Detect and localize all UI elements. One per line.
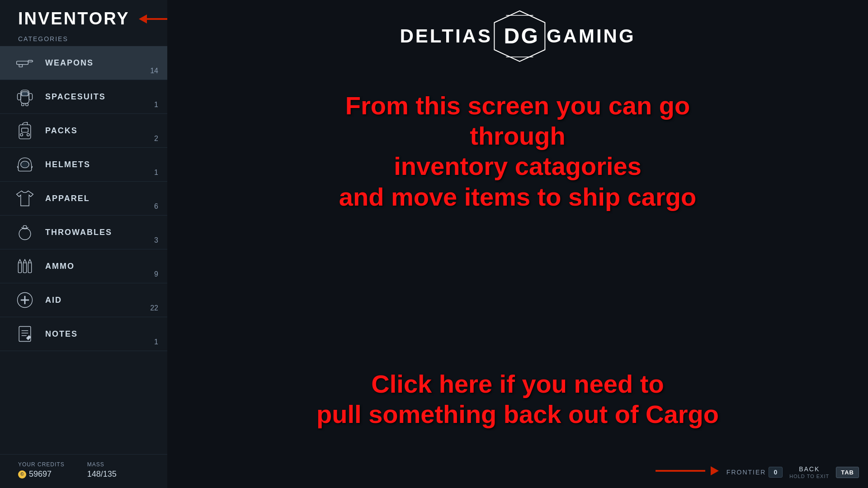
categories-label: CATEGORIES [0,33,167,46]
logo-emblem: D G [492,9,547,63]
category-name-packs: PACKS [45,126,158,136]
inventory-title-area: INVENTORY [0,0,167,33]
category-item-throwables[interactable]: THROWABLES 3 [0,216,167,249]
svg-rect-21 [23,263,26,273]
category-name-weapons: WEAPONS [45,58,158,68]
category-count-aid: 22 [150,304,158,312]
overlay-text-top: From this screen you can go through inve… [314,90,721,212]
category-count-notes: 1 [154,338,158,346]
category-name-throwables: THROWABLES [45,228,158,237]
svg-rect-10 [19,125,31,139]
category-list: WEAPONS 14 SPACESUITS 1 PACKS 2 [0,46,167,454]
overlay-bottom-line1: Click here if you need to [371,370,664,398]
credits-group: YOUR CREDITS © 59697 [18,461,65,479]
category-item-apparel[interactable]: APPAREL 6 [0,182,167,216]
category-name-notes: NOTES [45,329,158,339]
tab-key[interactable]: TAB [836,467,859,478]
svg-rect-8 [26,103,28,106]
pack-icon [14,119,36,142]
back-label: BACK [799,465,820,473]
svg-rect-9 [22,92,28,96]
mass-label: MASS [87,461,117,468]
overlay-top-line2: inventory catagories [394,152,642,180]
svg-text:D: D [504,24,519,48]
category-item-helmets[interactable]: HELMETS 1 [0,148,167,182]
svg-rect-2 [19,65,22,67]
category-count-spacesuits: 1 [154,101,158,109]
svg-rect-20 [18,263,21,273]
category-item-spacesuits[interactable]: SPACESUITS 1 [0,80,167,114]
ammo-icon [14,255,36,277]
weapon-icon [14,52,36,74]
svg-rect-0 [17,61,28,64]
overlay-top-line3: and move items to ship cargo [339,183,696,211]
svg-rect-1 [28,61,32,62]
notes-icon [14,323,36,345]
svg-text:G: G [521,24,538,48]
category-name-aid: AID [45,296,158,305]
svg-point-15 [19,228,31,240]
svg-point-14 [21,161,29,168]
logo-right-text: GAMING [547,25,636,47]
overlay-top-line1: From this screen you can go through [345,91,690,150]
overlay-bottom-content: Click here if you need to pull something… [314,369,721,429]
category-count-helmets: 1 [154,169,158,177]
category-item-packs[interactable]: PACKS 2 [0,114,167,148]
category-item-weapons[interactable]: WEAPONS 14 [0,46,167,80]
credits-number: 59697 [29,469,52,479]
back-control[interactable]: BACK HOLD TO EXIT [789,465,829,479]
overlay-top-content: From this screen you can go through inve… [314,90,721,212]
svg-rect-22 [28,263,31,273]
category-name-apparel: APPAREL [45,194,158,203]
category-item-aid[interactable]: AID 22 [0,283,167,317]
aid-icon [14,289,36,311]
category-count-apparel: 6 [154,202,158,211]
overlay-text-bottom: Click here if you need to pull something… [314,369,721,429]
spacesuit-icon [14,85,36,108]
credits-value: © 59697 [18,469,65,479]
mass-group: MASS 148/135 [87,461,117,479]
category-name-spacesuits: SPACESUITS [45,92,158,102]
svg-rect-11 [22,128,28,132]
svg-rect-6 [29,94,32,100]
bottom-controls: FRONTIER 0 BACK HOLD TO EXIT TAB [726,465,859,479]
svg-point-12 [20,133,23,136]
svg-rect-5 [18,94,21,100]
category-item-notes[interactable]: NOTES 1 [0,317,167,351]
svg-rect-7 [22,103,24,106]
frontier-count: 0 [769,467,783,478]
category-count-weapons: 14 [150,67,158,75]
category-item-ammo[interactable]: AMMO 9 [0,249,167,283]
category-name-ammo: AMMO [45,262,158,271]
main-content: DELTIAS D G GAMING From this screen you … [167,0,868,488]
credits-icon: © [18,470,26,479]
throwable-icon [14,221,36,244]
apparel-icon [14,187,36,210]
category-count-ammo: 9 [154,270,158,278]
credits-bar: YOUR CREDITS © 59697 MASS 148/135 [0,454,167,488]
back-sublabel: HOLD TO EXIT [789,474,829,479]
category-name-helmets: HELMETS [45,160,158,169]
logo-left-text: DELTIAS [400,25,492,47]
helmet-icon [14,153,36,176]
inventory-title: INVENTORY [18,9,130,28]
credits-label: YOUR CREDITS [18,461,65,468]
category-count-packs: 2 [154,135,158,143]
mass-value: 148/135 [87,469,117,479]
sidebar: INVENTORY CATEGORIES WEAPONS 14 SPACESUI… [0,0,167,488]
svg-point-13 [27,133,29,136]
logo-area: DELTIAS D G GAMING [400,9,635,63]
frontier-label: FRONTIER [726,469,766,476]
dg-logo-svg: D G [492,9,547,63]
overlay-bottom-line2: pull something back out of Cargo [316,400,719,428]
category-count-throwables: 3 [154,236,158,244]
frontier-control: FRONTIER 0 [726,467,783,478]
